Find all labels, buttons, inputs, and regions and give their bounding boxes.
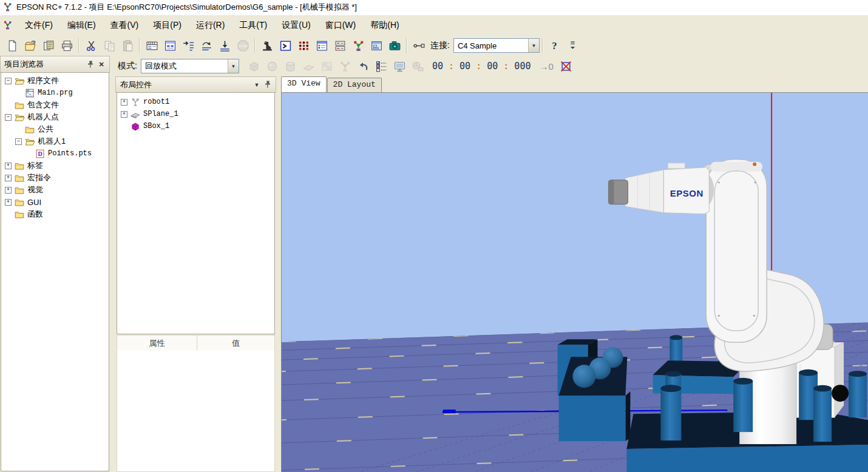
tab-2d-layout[interactable]: 2D Layout: [327, 78, 382, 92]
tree-item-program-files[interactable]: 程序文件: [1, 75, 109, 87]
add-cylinder-button: [282, 58, 299, 75]
tree-item-label: Points.pts: [48, 149, 92, 158]
menu-file[interactable]: 文件(F): [18, 18, 60, 33]
tree-item-main-prg[interactable]: Main.prg: [1, 87, 109, 99]
tree-item-sbox-node[interactable]: SBox_1: [117, 120, 274, 132]
sbox-group-left: [558, 339, 631, 441]
tree-item-label: 公共: [38, 124, 53, 135]
menu-help[interactable]: 帮助(H): [363, 18, 406, 33]
sphere-icon: [266, 60, 279, 73]
tree-item-robot1-node[interactable]: robot1: [117, 96, 274, 108]
cut-button[interactable]: [83, 37, 100, 54]
display-settings-button[interactable]: [392, 58, 409, 75]
undo-button[interactable]: [355, 58, 372, 75]
open-file-button[interactable]: [22, 37, 39, 54]
tree-expander-plus[interactable]: [5, 163, 12, 169]
tree-item-labels[interactable]: 标签: [1, 160, 109, 172]
stop-button: STOP: [234, 37, 251, 54]
io-monitor-button[interactable]: [295, 37, 312, 54]
tree-item-robot-points[interactable]: 机器人点: [1, 111, 109, 123]
tree-expander-minus[interactable]: [5, 114, 12, 121]
tree-item-robot-1[interactable]: 机器人1: [1, 135, 109, 147]
toolbar-overflow-button[interactable]: [565, 37, 581, 54]
chevron-down-icon[interactable]: ▼: [228, 59, 239, 73]
tree-item-macros[interactable]: 宏指令: [1, 172, 109, 184]
step-into-icon: [182, 39, 195, 52]
task-manager-button[interactable]: [313, 37, 330, 54]
svg-text:?: ?: [552, 40, 557, 52]
toolbar-separator: [406, 38, 407, 53]
help-icon: ?: [548, 39, 561, 52]
tree-expander-plus[interactable]: [5, 199, 12, 206]
tree-item-gui[interactable]: GUI: [1, 196, 109, 208]
tree-item-functions[interactable]: 函数: [1, 208, 109, 220]
cylinder-icon: [284, 60, 297, 73]
tree-item-include-files[interactable]: 包含文件: [1, 99, 109, 111]
menu-project[interactable]: 项目(P): [146, 18, 189, 33]
help-button[interactable]: ?: [546, 37, 563, 54]
tree-item-vision[interactable]: 视觉: [1, 184, 109, 196]
hide-virtual-controller-button[interactable]: [558, 58, 575, 75]
simulator-button[interactable]: [350, 37, 367, 54]
step-into-button[interactable]: [180, 37, 197, 54]
menu-window[interactable]: 窗口(W): [318, 18, 364, 33]
tree-item-splane-node[interactable]: SPlane_1: [117, 108, 274, 120]
menu-tools[interactable]: 工具(T): [232, 18, 274, 33]
command-window-button[interactable]: [277, 37, 294, 54]
tree-expander-minus[interactable]: [15, 138, 22, 145]
panel-splitter[interactable]: [110, 56, 115, 472]
tree-item-points-pts[interactable]: DPoints.pts: [1, 147, 109, 160]
macro-button[interactable]: [331, 37, 348, 54]
epson-rc-window: EPSON RC+ 7.1.2 - 项目 E:\EpsonRC70\Projec…: [0, 0, 868, 472]
svg-text:STOP: STOP: [239, 44, 248, 47]
gui-builder-button[interactable]: [368, 37, 385, 54]
command-window-icon: [279, 39, 292, 52]
tree-expander-minus[interactable]: [5, 78, 12, 84]
mode-select[interactable]: 回放模式▼: [141, 59, 239, 73]
folder-open-icon: [24, 137, 35, 147]
open-project-button[interactable]: [40, 37, 57, 54]
property-grid: [117, 351, 275, 472]
menu-edit[interactable]: 编辑(E): [60, 18, 103, 33]
tree-item-label: 宏指令: [27, 172, 51, 183]
tree-item-label: 视觉: [27, 184, 43, 195]
jog-settings-button[interactable]: [373, 58, 390, 75]
mdi-child-icon[interactable]: [2, 20, 14, 32]
vision-button[interactable]: [386, 37, 403, 54]
tree-expander-plus[interactable]: [121, 99, 127, 106]
menu-view[interactable]: 查看(V): [103, 18, 146, 33]
tree-expander-plus[interactable]: [5, 175, 12, 181]
tree-expander-plus[interactable]: [121, 111, 127, 118]
tab-3d-view[interactable]: 3D View: [281, 76, 327, 92]
run-window-button[interactable]: [161, 37, 178, 54]
step-over-button[interactable]: [198, 37, 215, 54]
toolbar-separator: [139, 38, 140, 53]
toolbar-separator: [542, 38, 543, 53]
3d-viewport[interactable]: EPSON: [281, 92, 868, 472]
macro-list-icon: [334, 39, 347, 52]
connection-select[interactable]: C4 Sample▼: [453, 38, 540, 53]
folder-icon: [14, 197, 25, 207]
menu-setup[interactable]: 设置(U): [274, 18, 317, 33]
menu-run[interactable]: 运行(R): [189, 18, 232, 33]
chevron-down-icon[interactable]: ▼: [528, 39, 539, 52]
robot-manager-button[interactable]: [259, 37, 276, 54]
io-label-icon: [146, 39, 158, 52]
print-button[interactable]: [58, 37, 75, 54]
close-icon[interactable]: ✕: [96, 59, 107, 70]
walk-button[interactable]: [216, 37, 233, 54]
new-file-button[interactable]: [4, 37, 21, 54]
tree-expander-plus[interactable]: [5, 187, 12, 194]
property-grid-header: 属性 值: [117, 335, 275, 352]
tree-item-common[interactable]: 公共: [1, 123, 109, 135]
chevron-down-icon[interactable]: ▼: [251, 79, 262, 90]
pin-icon[interactable]: [262, 79, 273, 90]
connect-icon-button[interactable]: [410, 37, 427, 54]
tree-item-label: 函数: [27, 209, 43, 220]
view-tabs: 3D View2D Layout: [281, 76, 382, 92]
monitor-icon: [393, 60, 406, 73]
paste-button: [119, 37, 136, 54]
folder-open-icon: [14, 112, 25, 123]
pin-icon[interactable]: [85, 59, 96, 70]
io-label-editor-button[interactable]: [143, 37, 160, 54]
